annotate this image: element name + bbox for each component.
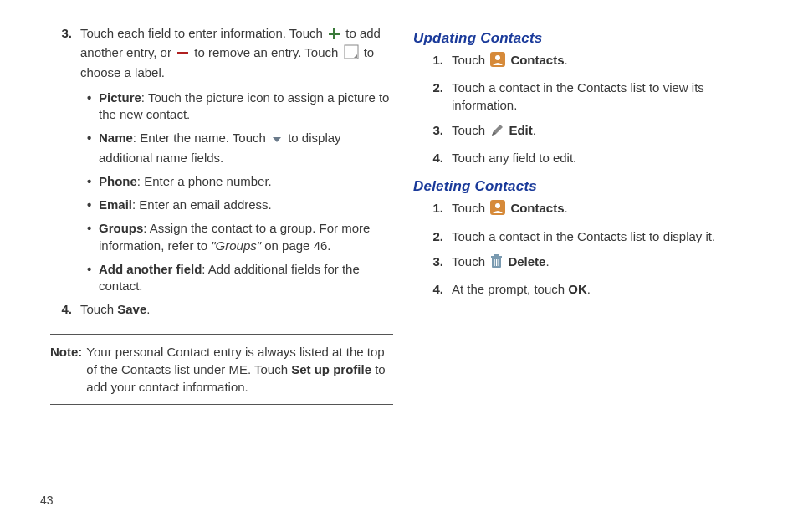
note-block: Note: Your personal Contact entry is alw… bbox=[50, 334, 393, 405]
step-number: 1. bbox=[422, 200, 452, 219]
text: . bbox=[533, 123, 536, 137]
text: on page 46. bbox=[261, 238, 330, 253]
step-text: Touch Save. bbox=[80, 301, 393, 318]
page-number: 43 bbox=[40, 494, 54, 507]
text: : Enter a phone number. bbox=[137, 174, 272, 188]
bullet-dot: • bbox=[87, 90, 99, 124]
svg-rect-1 bbox=[329, 33, 340, 35]
delete-step-1: 1. Touch Contacts. bbox=[422, 200, 756, 219]
text: Touch bbox=[452, 53, 489, 67]
setup-profile-label: Set up profile bbox=[291, 362, 371, 376]
step-text: Touch Delete. bbox=[452, 253, 756, 273]
step-text: Touch Contacts. bbox=[452, 200, 756, 219]
ok-label: OK bbox=[568, 282, 587, 296]
text: . bbox=[565, 53, 568, 67]
bullet-add-field: • Add another field: Add additional fiel… bbox=[80, 261, 393, 295]
step-4: 4. Touch Save. bbox=[50, 301, 393, 318]
bullet-text: Email: Enter an email address. bbox=[99, 197, 393, 213]
text: Touch bbox=[452, 201, 489, 215]
delete-label: Delete bbox=[508, 254, 545, 269]
svg-rect-9 bbox=[491, 256, 502, 258]
bullet-text: Phone: Enter a phone number. bbox=[99, 173, 393, 190]
bullet-picture: • Picture: Touch the picture icon to ass… bbox=[80, 90, 393, 124]
step-3: 3. Touch each field to enter information… bbox=[50, 25, 393, 81]
contacts-label: Contacts bbox=[510, 201, 564, 215]
text: Touch bbox=[80, 302, 117, 316]
right-column: Updating Contacts 1. Touch Contacts. 2. … bbox=[413, 25, 756, 515]
step-text: Touch Contacts. bbox=[452, 52, 756, 71]
edit-label: Edit bbox=[509, 123, 532, 137]
left-column: 3. Touch each field to enter information… bbox=[50, 25, 393, 515]
bullet-label: Name bbox=[99, 130, 133, 145]
step-text: At the prompt, touch OK. bbox=[452, 281, 756, 298]
step-number: 3. bbox=[422, 122, 452, 141]
bullet-dot: • bbox=[87, 261, 99, 295]
text: . bbox=[587, 282, 591, 296]
heading-deleting-contacts: Deleting Contacts bbox=[413, 178, 756, 195]
bullet-email: • Email: Enter an email address. bbox=[80, 197, 393, 213]
delete-step-3: 3. Touch Delete. bbox=[422, 253, 756, 273]
svg-rect-2 bbox=[177, 52, 188, 54]
bullet-label: Picture bbox=[99, 90, 141, 105]
note-text: Your personal Contact entry is always li… bbox=[86, 343, 393, 396]
update-step-3: 3. Touch Edit. bbox=[422, 122, 756, 141]
svg-rect-10 bbox=[494, 254, 499, 256]
text: . bbox=[565, 201, 568, 215]
note-label: Note: bbox=[50, 343, 86, 396]
step-text: Touch each field to enter information. T… bbox=[80, 25, 393, 81]
pencil-icon bbox=[490, 124, 504, 141]
step-number: 2. bbox=[422, 228, 452, 245]
delete-step-4: 4. At the prompt, touch OK. bbox=[422, 281, 756, 298]
contacts-label: Contacts bbox=[510, 53, 564, 67]
bullet-dot: • bbox=[87, 220, 99, 254]
text: : Touch the picture icon to assign a pic… bbox=[99, 90, 389, 121]
bullet-groups: • Groups: Assign the contact to a group.… bbox=[80, 220, 393, 254]
text: to remove an entry. Touch bbox=[194, 45, 341, 59]
text: . bbox=[146, 302, 150, 316]
step-text: Touch Edit. bbox=[452, 122, 756, 141]
text: Touch bbox=[452, 254, 489, 269]
step-text: Touch a contact in the Contacts list to … bbox=[452, 79, 756, 114]
step-text: Touch any field to edit. bbox=[452, 150, 756, 166]
chevron-down-icon bbox=[271, 132, 283, 149]
bullet-label: Email bbox=[99, 197, 132, 212]
heading-updating-contacts: Updating Contacts bbox=[413, 30, 756, 47]
step-number: 4. bbox=[422, 150, 452, 166]
step-number: 3. bbox=[422, 253, 452, 273]
svg-point-7 bbox=[495, 203, 500, 208]
step-text: Touch a contact in the Contacts list to … bbox=[452, 228, 756, 245]
bullet-dot: • bbox=[87, 173, 99, 190]
label-box-icon bbox=[344, 44, 359, 64]
text: : Enter the name. Touch bbox=[133, 130, 269, 145]
svg-point-5 bbox=[495, 55, 500, 60]
text: . bbox=[545, 254, 549, 269]
text: : Enter an email address. bbox=[132, 197, 272, 212]
svg-rect-11 bbox=[494, 259, 495, 266]
contacts-icon bbox=[490, 52, 505, 71]
bullet-phone: • Phone: Enter a phone number. bbox=[80, 173, 393, 190]
bullet-dot: • bbox=[87, 197, 99, 213]
update-step-4: 4. Touch any field to edit. bbox=[422, 150, 756, 166]
bullet-label: Add another field bbox=[99, 262, 202, 276]
save-label: Save bbox=[117, 302, 146, 316]
update-step-1: 1. Touch Contacts. bbox=[422, 52, 756, 71]
step-number: 3. bbox=[50, 25, 80, 81]
delete-step-2: 2. Touch a contact in the Contacts list … bbox=[422, 228, 756, 245]
bullet-dot: • bbox=[87, 130, 99, 166]
plus-icon bbox=[328, 28, 340, 44]
text: Touch bbox=[452, 123, 489, 137]
step-number: 4. bbox=[422, 281, 452, 298]
update-step-2: 2. Touch a contact in the Contacts list … bbox=[422, 79, 756, 114]
text: Touch each field to enter information. T… bbox=[80, 26, 326, 40]
step-number: 1. bbox=[422, 52, 452, 71]
svg-rect-12 bbox=[496, 259, 497, 266]
bullet-label: Phone bbox=[99, 174, 137, 188]
bullet-label: Groups bbox=[99, 221, 143, 235]
groups-reference: "Groups" bbox=[211, 238, 261, 253]
bullet-text: Groups: Assign the contact to a group. F… bbox=[99, 220, 393, 254]
trash-icon bbox=[490, 254, 503, 273]
step-number: 2. bbox=[422, 79, 452, 114]
bullet-text: Add another field: Add additional fields… bbox=[99, 261, 393, 295]
contacts-icon bbox=[490, 200, 505, 219]
bullet-text: Picture: Touch the picture icon to assig… bbox=[99, 90, 393, 124]
